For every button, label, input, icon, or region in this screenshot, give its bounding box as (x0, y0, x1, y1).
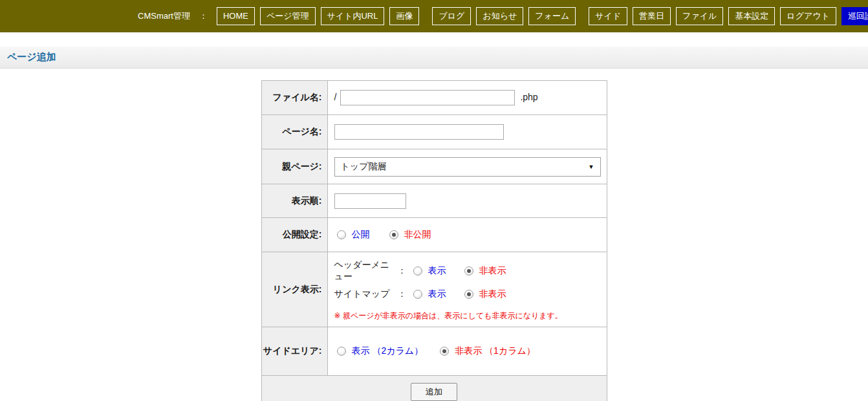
header-menu-hide-label[interactable]: 非表示 (479, 265, 506, 277)
parent-page-select[interactable]: トップ階層 ▼ (334, 157, 601, 177)
sitemap-label: サイトマップ (334, 288, 395, 300)
form-row-page-name: ページ名: (261, 115, 607, 149)
file-name-prefix: / (334, 92, 337, 102)
header-menu-colon: ： (398, 265, 407, 277)
display-order-input[interactable] (334, 193, 406, 209)
page-title: ページ追加 (7, 51, 56, 63)
link-display-note: ※ 親ページが非表示の場合は、表示にしても非表示になります。 (334, 310, 601, 321)
publish-setting-label: 公開設定: (261, 218, 327, 252)
nav-button-patrol-permission[interactable]: 巡回許可 (841, 7, 868, 25)
header-menu-show-radio[interactable] (413, 266, 422, 276)
form-row-link-display: リンク表示: ヘッダーメニュー ： 表示 非表示 サイトマップ ： 表示 非表示 (261, 252, 607, 327)
brand-label: CMSmart管理 (138, 10, 190, 22)
sitemap-show-label[interactable]: 表示 (428, 288, 446, 300)
side-area-show-label[interactable]: 表示 （2カラム） (352, 345, 424, 357)
sitemap-hide-radio[interactable] (464, 290, 473, 299)
side-area-show-radio[interactable] (337, 347, 346, 356)
nav-button-basic-settings[interactable]: 基本設定 (728, 7, 775, 25)
publish-public-option-label[interactable]: 公開 (352, 229, 370, 241)
nav-button-home[interactable]: HOME (217, 7, 255, 25)
link-display-header-menu-row: ヘッダーメニュー ： 表示 非表示 (334, 259, 601, 283)
form-row-file-name: ファイル名: /.php (261, 81, 607, 115)
header-menu-hide-radio[interactable] (464, 266, 473, 276)
publish-public-radio[interactable] (337, 230, 346, 239)
link-display-sitemap-row: サイトマップ ： 表示 非表示 (334, 288, 601, 300)
page-name-label: ページ名: (261, 115, 327, 149)
chevron-down-icon: ▼ (589, 164, 594, 170)
nav-button-side[interactable]: サイド (589, 7, 627, 25)
form-row-parent-page: 親ページ: トップ階層 ▼ (261, 149, 607, 184)
publish-private-option-label[interactable]: 非公開 (404, 229, 431, 241)
add-page-form: ファイル名: /.php ページ名: 親ページ: トップ階層 ▼ 表示順: (0, 80, 868, 401)
sitemap-show-radio[interactable] (413, 290, 422, 299)
top-admin-bar: CMSmart管理 ： HOME ページ管理 サイト内URL 画像 ブログ お知… (0, 0, 868, 32)
nav-button-page-admin[interactable]: ページ管理 (260, 7, 316, 25)
parent-page-selected-value: トップ階層 (341, 161, 387, 173)
file-name-suffix: .php (520, 92, 537, 102)
nav-button-logout[interactable]: ログアウト (780, 7, 836, 25)
page-name-input[interactable] (334, 124, 504, 140)
nav-button-news[interactable]: お知らせ (476, 7, 523, 25)
add-button[interactable]: 追加 (411, 383, 457, 401)
header-menu-show-label[interactable]: 表示 (428, 265, 446, 277)
side-area-hide-label[interactable]: 非表示 （1カラム） (455, 345, 536, 357)
page-title-bar: ページ追加 (0, 47, 868, 69)
form-row-side-area: サイドエリア: 表示 （2カラム） 非表示 （1カラム） (261, 327, 607, 376)
side-area-hide-radio[interactable] (440, 347, 449, 356)
sitemap-hide-label[interactable]: 非表示 (479, 288, 506, 300)
nav-button-business-day[interactable]: 営業日 (633, 7, 671, 25)
link-display-label: リンク表示: (261, 252, 327, 327)
form-row-publish-setting: 公開設定: 公開 非公開 (261, 218, 607, 252)
nav-button-files[interactable]: ファイル (676, 7, 723, 25)
sitemap-colon: ： (398, 288, 407, 300)
parent-page-label: 親ページ: (261, 149, 327, 184)
brand-colon: ： (199, 10, 208, 22)
header-menu-label: ヘッダーメニュー (334, 259, 395, 283)
form-row-display-order: 表示順: (261, 184, 607, 218)
publish-private-radio[interactable] (389, 230, 398, 239)
file-name-input[interactable] (340, 90, 515, 105)
nav-button-form[interactable]: フォーム (528, 7, 576, 25)
nav-button-blog[interactable]: ブログ (432, 7, 471, 25)
display-order-label: 表示順: (261, 184, 327, 218)
nav-button-images[interactable]: 画像 (389, 7, 419, 25)
form-row-submit: 追加 (261, 376, 607, 401)
file-name-label: ファイル名: (261, 81, 327, 115)
side-area-label: サイドエリア: (261, 327, 327, 376)
nav-button-site-url[interactable]: サイト内URL (321, 7, 385, 25)
